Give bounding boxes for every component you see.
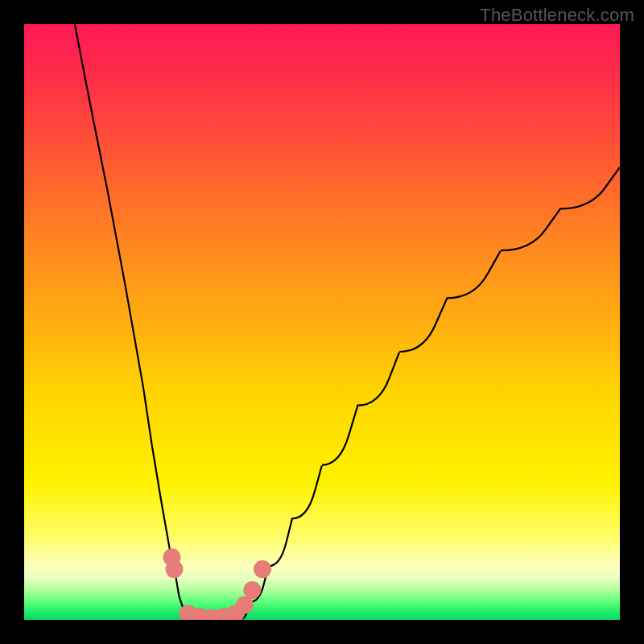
plot-area: [24, 24, 620, 620]
curve-layer: [24, 24, 620, 620]
data-marker: [166, 560, 184, 578]
data-marker: [254, 560, 271, 578]
curve-left-arm: [75, 24, 191, 620]
curve-right-arm: [238, 167, 620, 620]
marker-group: [163, 548, 272, 620]
chart-frame: TheBottleneck.com: [0, 0, 644, 644]
attribution-text: TheBottleneck.com: [480, 5, 634, 26]
data-marker: [243, 581, 261, 599]
